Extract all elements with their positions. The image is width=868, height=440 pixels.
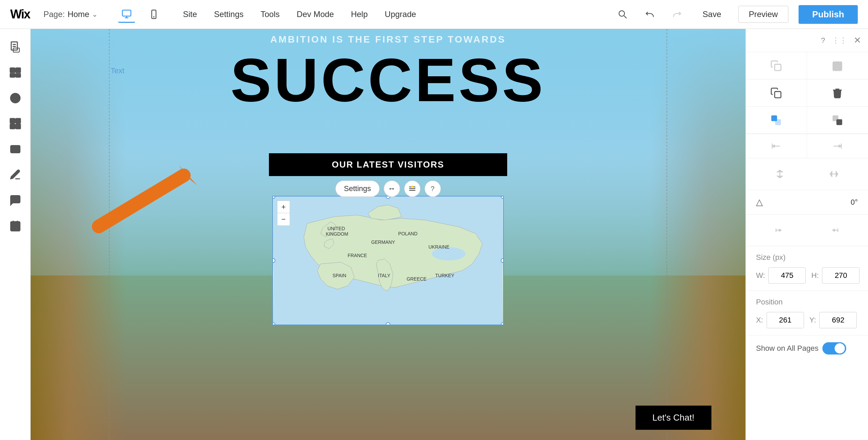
right-panel: ? ⋮⋮ ✕ (745, 29, 868, 440)
upgrade-menu-item[interactable]: Upgrade (385, 10, 416, 19)
mobile-view-button[interactable] (145, 6, 162, 23)
success-text[interactable]: SUCCESS (230, 49, 546, 111)
right-guide-line (666, 29, 667, 440)
redo-button[interactable] (669, 6, 686, 23)
size-row: W: H: (756, 267, 858, 284)
resize-handle-bm[interactable] (386, 322, 390, 325)
page-name[interactable]: Home (67, 10, 89, 19)
search-button[interactable] (614, 6, 631, 23)
svg-rect-54 (833, 116, 838, 121)
panel-align-right-button[interactable] (807, 134, 868, 158)
panel-position-section: Position X: Y: (746, 291, 868, 335)
svg-rect-0 (123, 10, 131, 16)
canvas-background: AMBITION IS THE FIRST STEP TOWARDS SUCCE… (31, 29, 745, 440)
svg-point-5 (619, 11, 625, 16)
panel-align-left-button[interactable] (746, 134, 807, 158)
view-toggle (118, 6, 162, 23)
svg-text:FRANCE: FRANCE (348, 253, 367, 258)
top-nav-menu: Site Settings Tools Dev Mode Help Upgrad… (183, 10, 614, 19)
x-field: X: (756, 312, 804, 328)
site-menu-item[interactable]: Site (183, 10, 197, 19)
left-guide-line (109, 29, 110, 440)
svg-text:GREECE: GREECE (406, 276, 426, 282)
svg-rect-19 (16, 119, 20, 123)
panel-stretch-row (746, 215, 868, 246)
sidebar-item-pages[interactable] (4, 36, 26, 58)
sidebar-item-elements[interactable] (4, 61, 26, 83)
map-zoom-out-button[interactable]: − (277, 213, 290, 225)
undo-button[interactable] (641, 6, 658, 23)
settings-menu-item[interactable]: Settings (214, 10, 244, 19)
widget-resize-button[interactable]: ↔ (384, 180, 400, 197)
panel-align-row (746, 134, 868, 158)
widget-settings-button[interactable]: Settings (335, 180, 380, 197)
publish-button[interactable]: Publish (799, 5, 858, 24)
nav-right-actions: Save Preview Publish (614, 5, 858, 24)
height-input[interactable] (822, 267, 859, 284)
resize-handle-br[interactable] (501, 322, 504, 325)
svg-text:POLAND: POLAND (398, 231, 418, 236)
tools-menu-item[interactable]: Tools (261, 10, 280, 19)
height-field: H: (811, 267, 859, 284)
show-all-label: Show on All Pages (756, 344, 818, 353)
rotate-value: 0° (851, 198, 858, 207)
width-label: W: (756, 271, 765, 280)
svg-text:GERMANY: GERMANY (371, 239, 395, 245)
svg-text:SPAIN: SPAIN (333, 273, 347, 278)
topnav: Wix Page: Home ⌄ Site Settings Tools Dev… (0, 0, 868, 29)
widget-upgrade-button[interactable] (404, 180, 420, 197)
sidebar-item-apps[interactable] (4, 112, 26, 135)
map-zoom-controls: + − (277, 201, 290, 226)
svg-rect-18 (10, 119, 15, 123)
y-input[interactable] (819, 312, 857, 328)
panel-paste-style-button[interactable] (807, 52, 868, 79)
x-label: X: (756, 316, 763, 325)
panel-front-button[interactable] (746, 107, 807, 134)
panel-drag-handle[interactable]: ⋮⋮ (832, 36, 847, 45)
preview-button[interactable]: Preview (738, 6, 788, 23)
panel-flip-v-button[interactable] (810, 164, 858, 184)
show-all-pages-toggle[interactable] (822, 342, 846, 355)
map-download-bottom-button[interactable] (486, 325, 503, 325)
sidebar-item-bookings[interactable] (4, 215, 26, 237)
svg-rect-12 (16, 68, 20, 73)
sidebar-item-blog[interactable] (4, 163, 26, 186)
visitors-section: OUR LATEST VISITORS (269, 153, 507, 176)
sidebar-item-chat[interactable] (4, 189, 26, 211)
svg-rect-14 (16, 74, 20, 77)
panel-stretch-left-button[interactable] (756, 220, 804, 240)
y-label: Y: (809, 316, 816, 325)
panel-copy-style-button[interactable] (746, 52, 807, 79)
panel-back-button[interactable] (807, 107, 868, 134)
width-input[interactable] (768, 267, 806, 284)
panel-action-icons (746, 52, 868, 134)
save-button[interactable]: Save (696, 6, 728, 22)
lets-chat-button[interactable]: Let's Chat! (636, 406, 711, 430)
page-label: Page: (44, 10, 65, 19)
desktop-view-button[interactable] (118, 6, 135, 23)
width-field: W: (756, 267, 806, 284)
panel-flip-h-button[interactable] (756, 164, 804, 184)
devmode-menu-item[interactable]: Dev Mode (297, 10, 334, 19)
svg-rect-50 (775, 91, 781, 97)
ambition-text: AMBITION IS THE FIRST STEP TOWARDS (270, 34, 506, 45)
svg-rect-13 (10, 74, 15, 77)
sidebar-item-media[interactable] (4, 138, 26, 160)
x-input[interactable] (767, 312, 804, 328)
svg-rect-52 (776, 120, 781, 124)
widget-help-button[interactable]: ? (424, 180, 441, 197)
help-menu-item[interactable]: Help (351, 10, 368, 19)
panel-close-button[interactable]: ✕ (854, 35, 861, 46)
panel-help-icon[interactable]: ? (821, 36, 825, 45)
right-panel-header: ? ⋮⋮ ✕ (746, 29, 868, 52)
chevron-down-icon[interactable]: ⌄ (92, 10, 98, 18)
map-widget[interactable]: + − (272, 196, 504, 325)
resize-handle-mr[interactable] (501, 258, 504, 263)
panel-copy-button[interactable] (746, 79, 807, 107)
map-zoom-in-button[interactable]: + (277, 201, 290, 213)
show-all-pages-row: Show on All Pages (746, 335, 868, 361)
map-svg: UNITED KINGDOM GERMANY POLAND FRANCE UKR… (273, 197, 503, 325)
panel-stretch-right-button[interactable] (810, 220, 858, 240)
panel-delete-button[interactable] (807, 79, 868, 107)
sidebar-item-add[interactable] (4, 87, 26, 109)
